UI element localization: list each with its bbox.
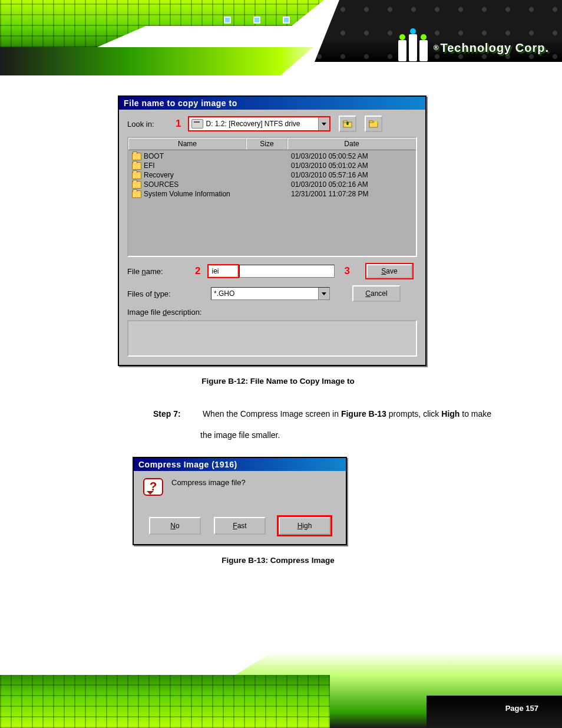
list-item[interactable]: EFI 01/03/2010 05:01:02 AM xyxy=(132,161,412,170)
look-in-label: Look in: xyxy=(127,120,170,129)
files-of-type-label: Files of type: xyxy=(127,289,171,298)
files-of-type-value: *.GHO xyxy=(211,289,318,298)
file-list[interactable]: Name Size Date BOOT 01/03/2010 05:00:52 … xyxy=(127,137,417,257)
dialog1-title: File name to copy image to xyxy=(119,97,425,110)
up-one-level-button[interactable] xyxy=(339,116,356,132)
folder-icon xyxy=(132,162,141,170)
dialog-compress-image: Compress Image (1916) ? Compress image f… xyxy=(133,457,347,545)
look-in-value: D: 1.2: [Recovery] NTFS drive xyxy=(206,120,318,128)
chevron-down-icon[interactable] xyxy=(318,288,329,299)
no-button[interactable]: No xyxy=(149,517,201,535)
svg-marker-10 xyxy=(322,292,326,295)
list-item[interactable]: System Volume Information 12/31/2001 11:… xyxy=(132,189,412,199)
figure-caption-1: Figure B-12: File Name to Copy Image to xyxy=(35,377,521,386)
list-item[interactable]: Recovery 01/03/2010 05:57:16 AM xyxy=(132,170,412,180)
decorative-pcb-left xyxy=(0,0,324,47)
page-number: Page 157 xyxy=(505,704,538,713)
col-name[interactable]: Name xyxy=(128,138,246,150)
high-button[interactable]: High xyxy=(279,517,330,535)
decorative-gradient-strip xyxy=(0,47,330,75)
figure-caption-2: Figure B-13: Compress Image xyxy=(35,556,521,565)
page-footer-banner: Page 157 xyxy=(0,651,562,728)
folder-icon xyxy=(132,153,141,160)
page-header-banner: ® Technology Corp. xyxy=(0,0,562,77)
files-of-type-dropdown[interactable]: *.GHO xyxy=(211,287,330,300)
file-list-header: Name Size Date xyxy=(128,138,416,150)
svg-rect-2 xyxy=(343,121,347,123)
file-name-input-rest[interactable] xyxy=(239,265,335,278)
brand-block: ® Technology Corp. xyxy=(398,34,549,61)
step-label: Step 7: xyxy=(153,403,200,424)
col-date[interactable]: Date xyxy=(287,138,416,150)
folder-up-icon xyxy=(343,120,352,128)
svg-marker-0 xyxy=(322,123,326,126)
dialog-file-name-to-copy-image-to: File name to copy image to Look in: 1 D:… xyxy=(118,95,427,366)
file-name-label: File name: xyxy=(127,267,163,276)
svg-rect-5 xyxy=(369,121,373,123)
look-in-dropdown[interactable]: D: 1.2: [Recovery] NTFS drive xyxy=(188,116,330,131)
decorative-dark-right xyxy=(427,696,562,728)
chevron-down-icon[interactable] xyxy=(318,117,329,130)
file-name-highlight: iei xyxy=(207,264,239,278)
annotation-marker-2: 2 xyxy=(195,265,200,277)
registered-mark: ® xyxy=(434,44,439,52)
save-button[interactable]: Save xyxy=(365,263,414,279)
image-description-input[interactable] xyxy=(127,320,417,357)
list-item[interactable]: SOURCES 01/03/2010 05:02:16 AM xyxy=(132,180,412,189)
drive-icon xyxy=(191,119,203,129)
step-7-text: Step 7: When the Compress Image screen i… xyxy=(153,403,497,446)
new-folder-icon xyxy=(369,120,378,128)
decorative-dots xyxy=(224,17,290,24)
cancel-button[interactable]: Cancel xyxy=(352,285,401,302)
decorative-pcb-bottom xyxy=(0,675,330,728)
col-size[interactable]: Size xyxy=(246,138,287,150)
folder-icon xyxy=(132,172,141,179)
brand-name: Technology Corp. xyxy=(440,41,549,55)
question-icon: ? xyxy=(143,478,163,498)
folder-icon xyxy=(132,190,141,198)
annotation-marker-1: 1 xyxy=(176,118,181,130)
folder-icon xyxy=(132,181,141,189)
file-name-input[interactable]: iei xyxy=(209,266,237,276)
compress-message: Compress image file? xyxy=(171,478,246,487)
dialog2-title: Compress Image (1916) xyxy=(134,458,346,471)
page-content: File name to copy image to Look in: 1 D:… xyxy=(0,83,562,582)
annotation-marker-3: 3 xyxy=(344,265,349,277)
image-description-label: Image file description: xyxy=(127,308,417,317)
brand-logo-icon xyxy=(398,34,428,61)
new-folder-button[interactable] xyxy=(365,116,382,132)
fast-button[interactable]: Fast xyxy=(214,517,266,535)
list-item[interactable]: BOOT 01/03/2010 05:00:52 AM xyxy=(132,151,412,161)
